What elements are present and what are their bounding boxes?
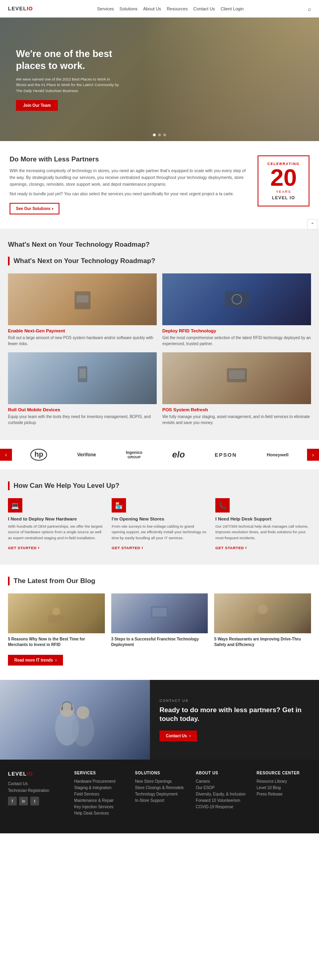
roadmap-item-4: POS System Refresh We fully manage your … bbox=[162, 352, 311, 426]
footer-about-link[interactable]: COVID-19 Response bbox=[196, 805, 250, 809]
footer: LEVELIO Contact Us Technician Registrati… bbox=[0, 760, 319, 833]
footer-resource-link[interactable]: Press Release bbox=[257, 792, 311, 796]
mobile-icon bbox=[67, 362, 98, 394]
search-icon[interactable]: ⌕ bbox=[308, 6, 311, 12]
roadmap-item-1-title[interactable]: Enable Next-Gen Payment bbox=[8, 328, 157, 333]
footer-service-link[interactable]: Staging & Integration bbox=[74, 786, 128, 790]
nav-about[interactable]: About Us bbox=[143, 6, 161, 11]
roadmap-item-4-desc: We fully manage your staging, asset mana… bbox=[162, 414, 311, 426]
footer-service-link[interactable]: Maintenance & Repair bbox=[74, 798, 128, 803]
svg-point-8 bbox=[52, 607, 60, 615]
footer-service-link[interactable]: Help Desk Services bbox=[74, 811, 128, 815]
svg-rect-11 bbox=[152, 608, 167, 617]
do-more-text: Do More with Less Partners With the incr… bbox=[10, 155, 246, 214]
blog-item-3: 5 Ways Restaurants are Improving Drive-T… bbox=[214, 593, 311, 648]
hero-cta-button[interactable]: Join Our Team bbox=[16, 100, 58, 111]
roadmap-img-2 bbox=[162, 273, 311, 325]
footer-service-link[interactable]: Hardware Procurement bbox=[74, 779, 128, 784]
rfid-icon bbox=[221, 283, 253, 315]
blog-item-1-text[interactable]: 5 Reasons Why Now is the Best Time for M… bbox=[8, 636, 105, 648]
partner-epson: EPSON bbox=[215, 452, 237, 458]
contact-label: CONTACT US bbox=[160, 699, 309, 703]
roadmap-item-3-title[interactable]: Roll Out Mobile Devices bbox=[8, 407, 157, 412]
contact-cta-button[interactable]: Contact Us › bbox=[160, 731, 197, 741]
partner-prev-arrow[interactable]: ‹ bbox=[0, 449, 12, 461]
nav-solutions[interactable]: Solutions bbox=[120, 6, 138, 11]
contact-section: CONTACT US Ready to do more with less pa… bbox=[0, 680, 319, 760]
celebrating-years: YEARS bbox=[276, 190, 291, 194]
nav-resources[interactable]: Resources bbox=[167, 6, 188, 11]
do-more-heading: Do More with Less Partners bbox=[10, 155, 246, 163]
partner-elo: elo bbox=[172, 450, 185, 460]
footer-solutions-links: New Store OpeningsStore Closings & Remod… bbox=[135, 779, 189, 803]
footer-about-link[interactable]: Our ESOP bbox=[196, 786, 250, 790]
linkedin-icon[interactable]: in bbox=[19, 797, 28, 805]
help-item-3: 📞 I Need Help Desk Support Our 24/7/365 … bbox=[215, 498, 311, 550]
footer-service-link[interactable]: Field Services bbox=[74, 792, 128, 796]
roadmap-img-4 bbox=[162, 352, 311, 404]
nav-logo: LEVELIO bbox=[8, 6, 33, 12]
help-item-2-cta[interactable]: GET STARTED › bbox=[112, 545, 143, 550]
footer-about-link[interactable]: Forward 10 Volunteerism bbox=[196, 798, 250, 803]
nav-client-login[interactable]: Client Login bbox=[221, 6, 244, 11]
footer-about-col: ABOUT US CareersOur ESOPDiversity, Equit… bbox=[196, 771, 250, 817]
pos-icon bbox=[221, 362, 253, 394]
blog-img-1 bbox=[8, 593, 105, 633]
read-more-button[interactable]: Read more IT trends › bbox=[8, 655, 63, 666]
footer-solutions-title: SOLUTIONS bbox=[135, 771, 189, 775]
footer-solution-link[interactable]: New Store Openings bbox=[135, 779, 189, 784]
facebook-icon[interactable]: f bbox=[8, 797, 17, 805]
footer-contact-link[interactable]: Contact Us bbox=[8, 782, 68, 786]
partner-ingenico: IngenicoGROUP bbox=[126, 450, 142, 460]
help-item-1-cta[interactable]: GET STARTED › bbox=[8, 545, 39, 550]
partner-honeywell: Honeywell bbox=[267, 452, 288, 457]
roadmap-item-3-desc: Equip your team with the tools they need… bbox=[8, 414, 157, 426]
roadmap-item-2-title[interactable]: Deploy RFID Technology bbox=[162, 328, 311, 333]
footer-about-link[interactable]: Careers bbox=[196, 779, 250, 784]
footer-service-link[interactable]: Key Injection Services bbox=[74, 805, 128, 809]
footer-services-col: SERVICES Hardware ProcurementStaging & I… bbox=[74, 771, 128, 817]
contact-content: CONTACT US Ready to do more with less pa… bbox=[150, 680, 319, 760]
nav-services[interactable]: Services bbox=[97, 6, 114, 11]
blog-img-3 bbox=[214, 593, 311, 633]
roadmap-section: What's Next on Your Technology Roadmap? … bbox=[0, 229, 319, 440]
nav-links: Services Solutions About Us Resources Co… bbox=[97, 6, 244, 11]
footer-resource-link[interactable]: Resource Library bbox=[257, 779, 311, 784]
footer-resource-link[interactable]: Level 10 Blog bbox=[257, 786, 311, 790]
scroll-up-arrow[interactable]: ⌃ bbox=[307, 219, 317, 230]
roadmap-grid: Enable Next-Gen Payment Roll out a large… bbox=[8, 273, 311, 426]
svg-rect-2 bbox=[225, 291, 249, 307]
nav-contact[interactable]: Contact Us bbox=[193, 6, 215, 11]
celebrating-number: 20 bbox=[270, 166, 297, 190]
footer-solutions-col: SOLUTIONS New Store OpeningsStore Closin… bbox=[135, 771, 189, 817]
do-more-para2: Not ready to bundle just yet? You can al… bbox=[10, 191, 246, 197]
blog-heading: The Latest from Our Blog bbox=[14, 577, 95, 585]
blog-item-2-text[interactable]: 3 Steps to a Successful Franchise Techno… bbox=[111, 636, 208, 648]
footer-resources-col: RESOURCE CENTER Resource LibraryLevel 10… bbox=[257, 771, 311, 817]
do-more-para1: With the increasing complexity of techno… bbox=[10, 167, 246, 187]
roadmap-heading: What's Next on Your Technology Roadmap? bbox=[14, 257, 155, 265]
partner-next-arrow[interactable]: › bbox=[307, 449, 319, 461]
roadmap-title-container: What's Next on Your Technology Roadmap? bbox=[8, 257, 311, 265]
twitter-icon[interactable]: t bbox=[30, 797, 39, 805]
blog-img-2-art bbox=[148, 601, 171, 625]
svg-rect-19 bbox=[71, 707, 73, 710]
hero-section: We're one of the best places to work. We… bbox=[0, 18, 319, 141]
footer-about-link[interactable]: Diversity, Equity, & Inclusion bbox=[196, 792, 250, 796]
footer-solution-link[interactable]: Technology Deployment bbox=[135, 792, 189, 796]
footer-solution-link[interactable]: In-Store Support bbox=[135, 798, 189, 803]
hero-heading: We're one of the best places to work. bbox=[16, 48, 120, 72]
help-item-2: 🏪 I'm Opening New Stores From site surve… bbox=[112, 498, 207, 550]
navigation: LEVELIO Services Solutions About Us Reso… bbox=[0, 0, 319, 18]
help-section: How Can We Help You Level Up? 💻 I Need t… bbox=[0, 469, 319, 565]
roadmap-item-4-title[interactable]: POS System Refresh bbox=[162, 407, 311, 412]
help-item-3-cta[interactable]: GET STARTED › bbox=[215, 545, 247, 550]
footer-solution-link[interactable]: Store Closings & Remodels bbox=[135, 786, 189, 790]
roadmap-img-1 bbox=[8, 273, 157, 325]
blog-grid: 5 Reasons Why Now is the Best Time for M… bbox=[8, 593, 311, 648]
blog-img-1-art bbox=[44, 601, 68, 625]
footer-tech-reg-link[interactable]: Technician Registration bbox=[8, 788, 68, 793]
blog-item-3-text[interactable]: 5 Ways Restaurants are Improving Drive-T… bbox=[214, 636, 311, 648]
see-solutions-button[interactable]: See Our Solutions › bbox=[10, 203, 59, 214]
help-title-container: How Can We Help You Level Up? bbox=[8, 481, 311, 490]
